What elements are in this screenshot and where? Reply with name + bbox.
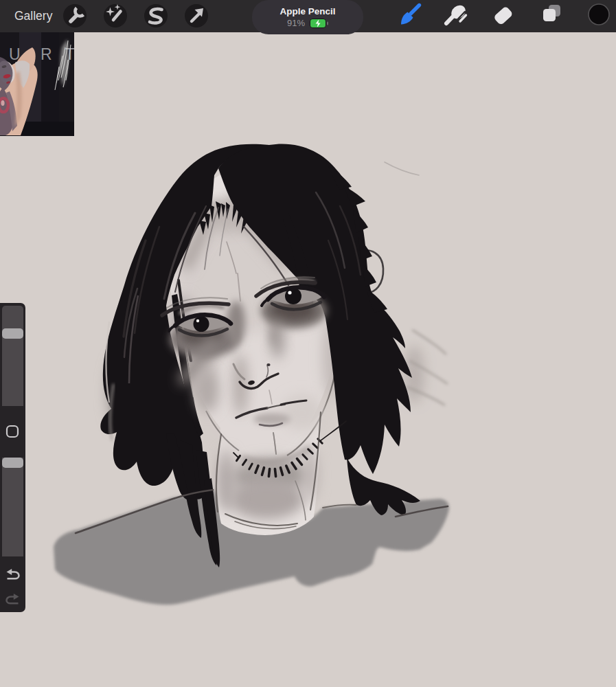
svg-text:R: R [41,45,52,63]
